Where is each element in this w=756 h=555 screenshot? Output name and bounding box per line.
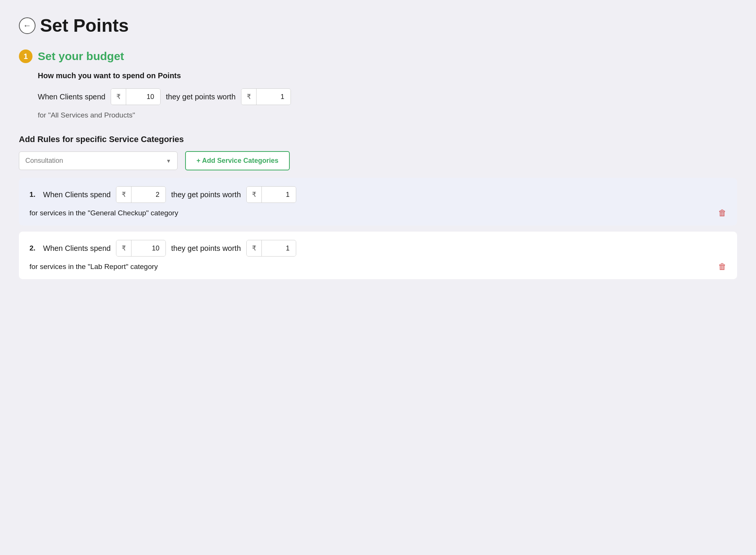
rule-2-middle: they get points worth — [171, 244, 241, 253]
rule-1-worth-currency: ₹ — [247, 187, 262, 203]
dropdown-arrow-icon: ▼ — [166, 158, 171, 164]
budget-subtitle: How much you want to spend on Points — [38, 71, 737, 80]
rule-1-spend-input[interactable] — [131, 187, 165, 203]
spend-currency-symbol: ₹ — [111, 89, 126, 105]
rule-2-number: 2. — [29, 244, 40, 252]
rule-1-spend-group: ₹ — [116, 186, 166, 203]
dropdown-add-row: Consultation ▼ + Add Service Categories — [19, 151, 737, 170]
rule-card-2: 2. When Clients spend ₹ they get points … — [19, 232, 737, 279]
rule-2-for-row: for services in the "Lab Report" categor… — [29, 262, 727, 272]
rule-1-worth-group: ₹ — [246, 186, 296, 203]
rule-2-spend-currency: ₹ — [116, 240, 131, 256]
rule-2-worth-group: ₹ — [246, 240, 296, 257]
page-title: Set Points — [40, 15, 129, 36]
rule-1-worth-input[interactable] — [262, 187, 296, 203]
step1-header: 1 Set your budget — [19, 49, 737, 63]
rule-2-spend-group: ₹ — [116, 240, 166, 257]
rule-2-for-text: for services in the "Lab Report" categor… — [29, 263, 158, 271]
spend-amount-input[interactable] — [126, 89, 160, 105]
worth-middle-label: they get points worth — [166, 93, 236, 101]
rule-2-worth-input[interactable] — [262, 241, 296, 256]
rule-1-row: 1. When Clients spend ₹ they get points … — [29, 186, 727, 203]
spend-prefix-label: When Clients spend — [38, 93, 105, 101]
rule-1-number: 1. — [29, 190, 40, 199]
budget-row: When Clients spend ₹ they get points wor… — [38, 88, 737, 105]
rule-2-prefix: When Clients spend — [43, 244, 111, 253]
step1-title: Set your budget — [38, 50, 124, 63]
page-header: ← Set Points — [19, 15, 737, 36]
rule-1-spend-currency: ₹ — [116, 187, 131, 203]
rule-card-1: 1. When Clients spend ₹ they get points … — [19, 178, 737, 226]
step-badge: 1 — [19, 49, 32, 63]
rule-2-delete-icon[interactable]: 🗑 — [718, 262, 727, 272]
dropdown-selected-value: Consultation — [25, 157, 63, 165]
category-dropdown[interactable]: Consultation ▼ — [19, 152, 178, 170]
rule-1-prefix: When Clients spend — [43, 190, 111, 199]
rules-section-title: Add Rules for specific Service Categorie… — [19, 134, 737, 144]
worth-amount-input[interactable] — [257, 89, 291, 105]
rule-1-for-row: for services in the "General Checkup" ca… — [29, 208, 727, 218]
add-service-categories-button[interactable]: + Add Service Categories — [185, 151, 290, 170]
rule-2-spend-input[interactable] — [131, 241, 165, 256]
rule-2-row: 2. When Clients spend ₹ they get points … — [29, 240, 727, 257]
rule-2-worth-currency: ₹ — [247, 240, 262, 256]
worth-currency-symbol: ₹ — [241, 89, 257, 105]
rule-1-delete-icon[interactable]: 🗑 — [718, 208, 727, 218]
for-all-services-label: for "All Services and Products" — [38, 111, 737, 119]
back-button[interactable]: ← — [19, 17, 36, 34]
spend-amount-group: ₹ — [111, 88, 161, 105]
worth-amount-group: ₹ — [241, 88, 291, 105]
rule-1-for-text: for services in the "General Checkup" ca… — [29, 209, 178, 217]
rules-section: Add Rules for specific Service Categorie… — [19, 134, 737, 279]
rule-1-middle: they get points worth — [171, 190, 241, 199]
